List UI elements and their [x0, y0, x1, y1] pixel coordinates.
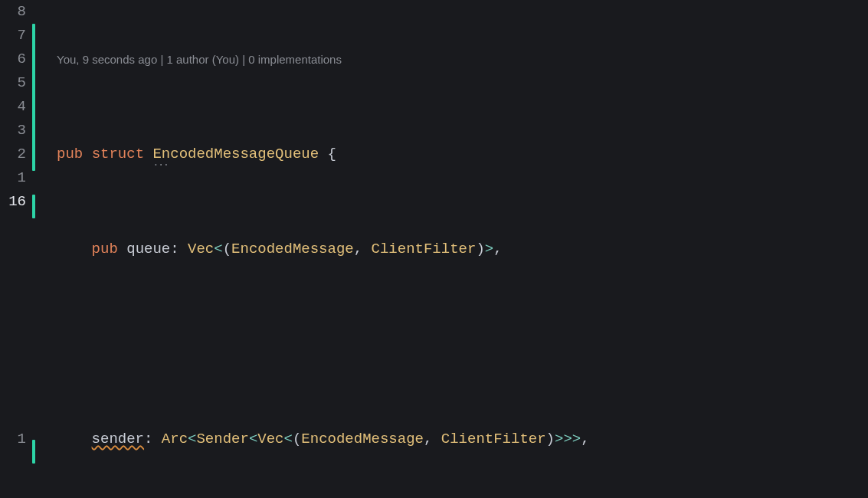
- line-number-current: 16: [0, 190, 26, 214]
- line-number: 2: [0, 143, 26, 166]
- code-line[interactable]: pub struct EncodedMessageQueue {: [57, 143, 868, 166]
- line-number: 8: [0, 0, 26, 24]
- line-number: [0, 214, 26, 238]
- type-name: Sender: [196, 428, 248, 451]
- type-name: ClientFilter: [372, 238, 477, 261]
- type-name: EncodedMessage: [301, 428, 424, 451]
- keyword-pub: pub: [57, 143, 83, 166]
- type-name: Vec: [188, 238, 214, 261]
- line-number: [0, 261, 26, 285]
- field-name: queue: [126, 238, 170, 261]
- code-lens[interactable]: You, 9 seconds ago | 1 author (You) | 0 …: [57, 48, 868, 71]
- code-area[interactable]: You, 9 seconds ago | 1 author (You) | 0 …: [35, 0, 868, 498]
- line-number: [0, 380, 26, 404]
- code-editor[interactable]: 8 7 6 5 4 3 2 1 16 1 You, 9 seconds ago …: [0, 0, 868, 498]
- line-number: [0, 333, 26, 356]
- line-number: [0, 309, 26, 333]
- keyword-pub: pub: [92, 238, 118, 261]
- type-name: EncodedMessage: [231, 238, 354, 261]
- line-number: [0, 285, 26, 309]
- line-number: 7: [0, 24, 26, 48]
- field-name-warning: sender: [92, 428, 144, 451]
- code-line[interactable]: sender: Arc<Sender<Vec<(EncodedMessage, …: [57, 428, 868, 451]
- line-number: 5: [0, 71, 26, 95]
- line-number-gutter: 8 7 6 5 4 3 2 1 16 1: [0, 0, 31, 498]
- type-name: EncodedMessageQueue: [152, 143, 319, 166]
- line-number: [0, 356, 26, 380]
- type-name: Vec: [257, 428, 283, 451]
- code-line[interactable]: [57, 333, 868, 356]
- type-name: ClientFilter: [441, 428, 546, 451]
- line-number: 1: [0, 166, 26, 190]
- line-number: [0, 238, 26, 261]
- line-number: 4: [0, 95, 26, 119]
- keyword-struct: struct: [92, 143, 144, 166]
- line-number: 1: [0, 428, 26, 451]
- line-number: [0, 404, 26, 428]
- line-number: 6: [0, 48, 26, 71]
- line-number: 3: [0, 119, 26, 143]
- type-name: Arc: [162, 428, 188, 451]
- code-line[interactable]: pub queue: Vec<(EncodedMessage, ClientFi…: [57, 238, 868, 261]
